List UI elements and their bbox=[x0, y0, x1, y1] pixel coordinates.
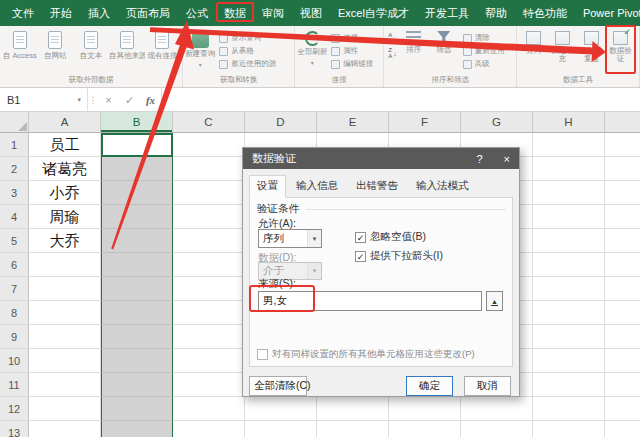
cell[interactable] bbox=[533, 421, 605, 437]
row-header[interactable]: 11 bbox=[0, 373, 29, 397]
ignore-blank-checkbox[interactable]: ✓ 忽略空值(B) bbox=[355, 230, 426, 244]
cell[interactable] bbox=[533, 229, 605, 253]
column-header[interactable]: H bbox=[533, 112, 605, 132]
cell[interactable] bbox=[605, 157, 640, 181]
source-input[interactable]: 男,女 bbox=[258, 291, 482, 311]
dialog-help-button[interactable]: ? bbox=[476, 153, 482, 165]
row-header[interactable]: 1 bbox=[0, 133, 29, 157]
cell-col-a[interactable]: 周瑜 bbox=[29, 205, 101, 229]
allow-dropdown[interactable]: 序列 ▾ bbox=[258, 229, 322, 248]
ribbon-small-button[interactable]: 重新应用 bbox=[463, 45, 505, 57]
ribbon-button[interactable]: 数据验证 bbox=[606, 28, 635, 74]
cell[interactable] bbox=[173, 373, 245, 397]
ribbon-small-button[interactable]: 显示查询 bbox=[219, 32, 276, 44]
cell-col-a[interactable] bbox=[29, 349, 101, 373]
cell[interactable] bbox=[533, 301, 605, 325]
column-header[interactable]: C bbox=[173, 112, 245, 132]
ribbon-tab[interactable]: Excel自学成才 bbox=[330, 0, 417, 26]
formula-enter-button[interactable]: ✓ bbox=[119, 88, 140, 111]
cell[interactable] bbox=[533, 205, 605, 229]
cell-col-b[interactable] bbox=[101, 133, 173, 157]
row-header[interactable]: 6 bbox=[0, 253, 29, 277]
name-box[interactable]: B1 ▾ bbox=[0, 88, 88, 111]
formula-input[interactable] bbox=[161, 88, 640, 111]
cell-col-b[interactable] bbox=[101, 229, 173, 253]
ribbon-tab[interactable]: 特色功能 bbox=[515, 0, 575, 26]
new-query-button[interactable]: 新建查询 ▾ bbox=[185, 28, 215, 74]
cell[interactable] bbox=[173, 349, 245, 373]
ribbon-button[interactable]: 自文本 bbox=[73, 28, 109, 74]
cell[interactable] bbox=[605, 373, 640, 397]
cell-col-a[interactable]: 大乔 bbox=[29, 229, 101, 253]
cell[interactable] bbox=[173, 181, 245, 205]
cell[interactable] bbox=[173, 301, 245, 325]
cell-col-a[interactable] bbox=[29, 253, 101, 277]
checkbox-checked-icon[interactable]: ✓ bbox=[355, 232, 366, 243]
ribbon-button[interactable]: 删除重复值 bbox=[577, 28, 606, 74]
column-header[interactable]: G bbox=[461, 112, 533, 132]
cell-col-b[interactable] bbox=[101, 325, 173, 349]
ribbon-tab[interactable]: 数据 bbox=[216, 0, 254, 26]
ribbon-tab[interactable]: 开发工具 bbox=[417, 0, 477, 26]
cell[interactable] bbox=[605, 397, 640, 421]
ribbon-tab[interactable]: 页面布局 bbox=[118, 0, 178, 26]
ribbon-tab[interactable]: Power Pivot bbox=[575, 0, 640, 26]
cell-col-a[interactable]: 员工 bbox=[29, 133, 101, 157]
column-header[interactable] bbox=[605, 112, 640, 132]
ribbon-button[interactable]: 自 Access bbox=[2, 28, 38, 74]
cell[interactable] bbox=[173, 325, 245, 349]
sort-descending-button[interactable]: ZA ↓ bbox=[388, 47, 397, 59]
column-header[interactable]: B bbox=[101, 112, 173, 132]
cell[interactable] bbox=[173, 229, 245, 253]
in-cell-dropdown-checkbox[interactable]: ✓ 提供下拉箭头(I) bbox=[355, 249, 443, 263]
cell[interactable] bbox=[533, 325, 605, 349]
cell-col-b[interactable] bbox=[101, 277, 173, 301]
cell-col-b[interactable] bbox=[101, 349, 173, 373]
cell[interactable] bbox=[533, 373, 605, 397]
cell[interactable] bbox=[605, 277, 640, 301]
cell-col-b[interactable] bbox=[101, 373, 173, 397]
row-header[interactable]: 10 bbox=[0, 349, 29, 373]
name-box-dropdown-icon[interactable]: ▾ bbox=[77, 96, 87, 104]
filter-button[interactable]: 筛选 bbox=[429, 28, 459, 74]
ribbon-small-button[interactable]: 编辑链接 bbox=[331, 58, 373, 70]
cell-col-b[interactable] bbox=[101, 157, 173, 181]
cell-col-b[interactable] bbox=[101, 421, 173, 437]
cell[interactable] bbox=[605, 181, 640, 205]
ribbon-small-button[interactable]: 清除 bbox=[463, 32, 505, 44]
cell[interactable] bbox=[389, 397, 461, 421]
formula-cancel-button[interactable]: × bbox=[98, 88, 119, 111]
select-all-corner[interactable] bbox=[0, 112, 29, 132]
column-header[interactable]: E bbox=[317, 112, 389, 132]
cell[interactable] bbox=[461, 421, 533, 437]
cell[interactable] bbox=[533, 253, 605, 277]
cell-col-a[interactable] bbox=[29, 325, 101, 349]
ok-button[interactable]: 确定 bbox=[406, 376, 453, 396]
ribbon-button[interactable]: 分列 bbox=[519, 28, 548, 74]
ribbon-small-button[interactable]: 最近使用的源 bbox=[219, 58, 276, 70]
row-header[interactable]: 13 bbox=[0, 421, 29, 437]
refresh-all-button[interactable]: 全部刷新 ▾ bbox=[297, 28, 327, 74]
ribbon-button[interactable]: 现有连接 bbox=[145, 28, 181, 74]
row-header[interactable]: 7 bbox=[0, 277, 29, 301]
cell[interactable] bbox=[533, 181, 605, 205]
cell-col-a[interactable] bbox=[29, 421, 101, 437]
cell[interactable] bbox=[173, 253, 245, 277]
cell[interactable] bbox=[173, 397, 245, 421]
sort-button[interactable]: 排序 bbox=[399, 28, 429, 74]
dialog-tab[interactable]: 输入法模式 bbox=[408, 175, 477, 198]
row-header[interactable]: 2 bbox=[0, 157, 29, 181]
row-header[interactable]: 3 bbox=[0, 181, 29, 205]
ribbon-tab[interactable]: 帮助 bbox=[477, 0, 515, 26]
cell[interactable] bbox=[605, 133, 640, 157]
dropdown-icon[interactable]: ▾ bbox=[307, 230, 321, 247]
dialog-close-button[interactable]: × bbox=[504, 153, 510, 165]
ribbon-tab[interactable]: 公式 bbox=[178, 0, 216, 26]
cell-col-b[interactable] bbox=[101, 301, 173, 325]
cell[interactable] bbox=[605, 301, 640, 325]
cell-col-a[interactable] bbox=[29, 277, 101, 301]
column-header[interactable]: A bbox=[29, 112, 101, 132]
cancel-button[interactable]: 取消 bbox=[464, 376, 511, 396]
cell[interactable] bbox=[533, 349, 605, 373]
cell[interactable] bbox=[173, 133, 245, 157]
